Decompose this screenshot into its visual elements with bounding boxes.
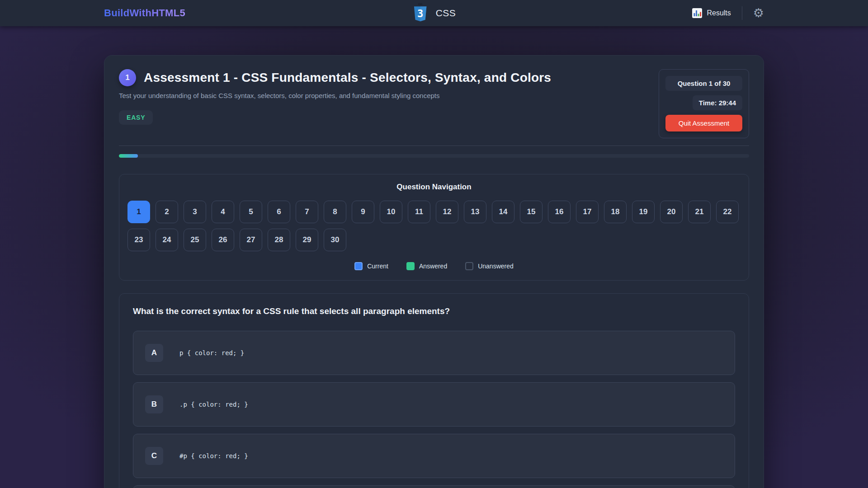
question-nav-button-8[interactable]: 8 bbox=[324, 201, 346, 223]
question-nav-button-22[interactable]: 22 bbox=[716, 201, 739, 223]
question-nav-button-18[interactable]: 18 bbox=[604, 201, 627, 223]
legend-label: Answered bbox=[419, 263, 447, 270]
legend-label: Current bbox=[367, 263, 388, 270]
assessment-subtitle: Test your understanding of basic CSS syn… bbox=[119, 92, 551, 99]
question-navigation-panel: Question Navigation 12345678910111213141… bbox=[119, 174, 749, 281]
question-nav-button-21[interactable]: 21 bbox=[688, 201, 711, 223]
difficulty-badge: EASY bbox=[119, 110, 153, 125]
question-counter-badge: Question 1 of 30 bbox=[665, 76, 742, 91]
progress-bar-fill bbox=[119, 154, 138, 158]
answer-options: Ap { color: red; }B.p { color: red; }C#p… bbox=[133, 331, 735, 488]
question-nav-button-6[interactable]: 6 bbox=[268, 201, 290, 223]
assessment-header: 1 Assessment 1 - CSS Fundamentals - Sele… bbox=[119, 69, 551, 125]
question-nav-button-20[interactable]: 20 bbox=[660, 201, 683, 223]
answer-option-C[interactable]: C#p { color: red; } bbox=[133, 434, 735, 478]
question-navigation-title: Question Navigation bbox=[127, 183, 741, 192]
section-divider bbox=[119, 145, 749, 146]
question-nav-button-23[interactable]: 23 bbox=[127, 229, 150, 251]
legend-item-current: Current bbox=[354, 262, 388, 270]
option-letter-badge: B bbox=[145, 395, 163, 413]
assessment-title: Assessment 1 - CSS Fundamentals - Select… bbox=[144, 70, 551, 85]
question-nav-button-13[interactable]: 13 bbox=[464, 201, 486, 223]
question-nav-button-19[interactable]: 19 bbox=[632, 201, 655, 223]
svg-text:CSS: CSS bbox=[418, 3, 422, 5]
question-nav-button-12[interactable]: 12 bbox=[436, 201, 458, 223]
legend-item-unanswered: Unanswered bbox=[465, 262, 514, 270]
header-divider bbox=[742, 6, 742, 20]
question-nav-button-28[interactable]: 28 bbox=[268, 229, 290, 251]
course-logo: CSS 3 CSS bbox=[412, 3, 456, 23]
assessment-number-badge: 1 bbox=[119, 69, 136, 86]
results-label: Results bbox=[707, 9, 731, 17]
question-nav-button-29[interactable]: 29 bbox=[296, 229, 318, 251]
progress-bar bbox=[119, 154, 749, 158]
question-nav-button-26[interactable]: 26 bbox=[212, 229, 234, 251]
question-nav-button-3[interactable]: 3 bbox=[184, 201, 206, 223]
assessment-status-panel: Question 1 of 30 Time: 29:44 Quit Assess… bbox=[659, 69, 749, 138]
assessment-card: 1 Assessment 1 - CSS Fundamentals - Sele… bbox=[104, 55, 764, 488]
svg-text:3: 3 bbox=[417, 8, 423, 19]
question-navigation-grid: 1234567891011121314151617181920212223242… bbox=[127, 201, 741, 251]
option-letter-badge: A bbox=[145, 344, 163, 362]
current-swatch bbox=[354, 262, 363, 270]
question-nav-button-16[interactable]: 16 bbox=[548, 201, 571, 223]
unanswered-swatch bbox=[465, 262, 473, 270]
question-nav-button-2[interactable]: 2 bbox=[156, 201, 178, 223]
option-letter-badge: C bbox=[145, 447, 163, 465]
question-panel: What is the correct syntax for a CSS rul… bbox=[119, 293, 749, 488]
bar-chart-icon bbox=[692, 8, 702, 18]
question-nav-button-17[interactable]: 17 bbox=[576, 201, 599, 223]
question-nav-button-10[interactable]: 10 bbox=[380, 201, 402, 223]
question-nav-button-11[interactable]: 11 bbox=[408, 201, 430, 223]
timer-badge: Time: 29:44 bbox=[693, 95, 742, 110]
settings-gear-icon[interactable]: ⚙ bbox=[753, 7, 764, 19]
navigation-legend: CurrentAnsweredUnanswered bbox=[127, 262, 741, 270]
question-nav-button-9[interactable]: 9 bbox=[352, 201, 374, 223]
css3-shield-icon: CSS 3 bbox=[412, 3, 429, 23]
quit-assessment-button[interactable]: Quit Assessment bbox=[665, 115, 742, 131]
question-nav-button-4[interactable]: 4 bbox=[212, 201, 234, 223]
question-nav-button-14[interactable]: 14 bbox=[492, 201, 514, 223]
question-nav-button-15[interactable]: 15 bbox=[520, 201, 542, 223]
brand-logo[interactable]: BuildWithHTML5 bbox=[104, 7, 185, 19]
option-code-text: p { color: red; } bbox=[179, 349, 244, 357]
answer-option-B[interactable]: B.p { color: red; } bbox=[133, 382, 735, 427]
answer-option-A[interactable]: Ap { color: red; } bbox=[133, 331, 735, 375]
legend-item-answered: Answered bbox=[406, 262, 447, 270]
answered-swatch bbox=[406, 262, 415, 270]
option-code-text: .p { color: red; } bbox=[179, 401, 248, 408]
results-button[interactable]: Results bbox=[692, 8, 731, 18]
legend-label: Unanswered bbox=[478, 263, 514, 270]
main-content: 1 Assessment 1 - CSS Fundamentals - Sele… bbox=[0, 55, 868, 488]
app-header: BuildWithHTML5 CSS 3 CSS Results bbox=[0, 0, 868, 26]
question-nav-button-7[interactable]: 7 bbox=[296, 201, 318, 223]
question-nav-button-25[interactable]: 25 bbox=[184, 229, 206, 251]
option-code-text: #p { color: red; } bbox=[179, 452, 248, 460]
question-nav-button-5[interactable]: 5 bbox=[240, 201, 262, 223]
question-nav-button-24[interactable]: 24 bbox=[156, 229, 178, 251]
question-text: What is the correct syntax for a CSS rul… bbox=[133, 306, 735, 316]
question-nav-button-1[interactable]: 1 bbox=[127, 201, 150, 223]
question-nav-button-27[interactable]: 27 bbox=[240, 229, 262, 251]
course-title: CSS bbox=[436, 8, 456, 19]
question-nav-button-30[interactable]: 30 bbox=[324, 229, 346, 251]
answer-option-partial[interactable] bbox=[133, 485, 735, 488]
